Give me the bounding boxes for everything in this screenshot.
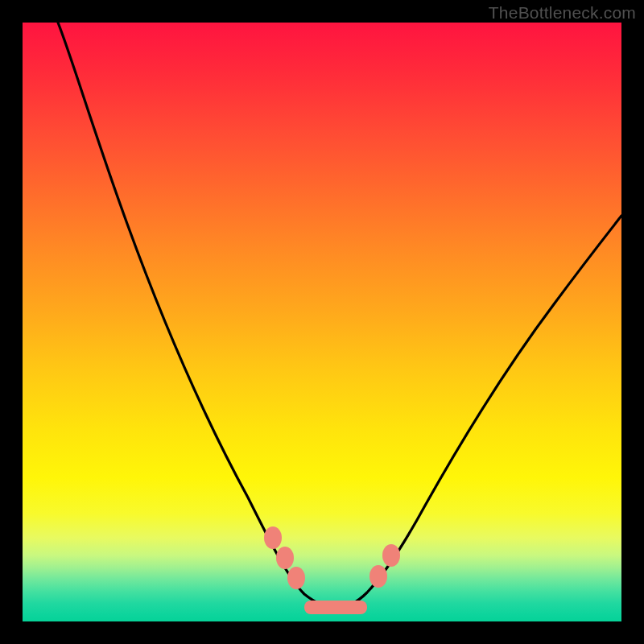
marker-dot-left-3	[287, 567, 305, 589]
marker-dot-right-2	[382, 544, 400, 567]
watermark-text: TheBottleneck.com	[489, 3, 636, 23]
marker-bottom-bar	[304, 601, 367, 614]
bottleneck-curve	[58, 23, 621, 608]
marker-dot-left-2	[276, 547, 294, 569]
marker-dot-right-1	[369, 565, 387, 588]
frame: TheBottleneck.com	[0, 0, 644, 644]
marker-dot-left-1	[264, 526, 282, 549]
curve-svg	[23, 23, 621, 621]
plot-area	[23, 23, 621, 621]
